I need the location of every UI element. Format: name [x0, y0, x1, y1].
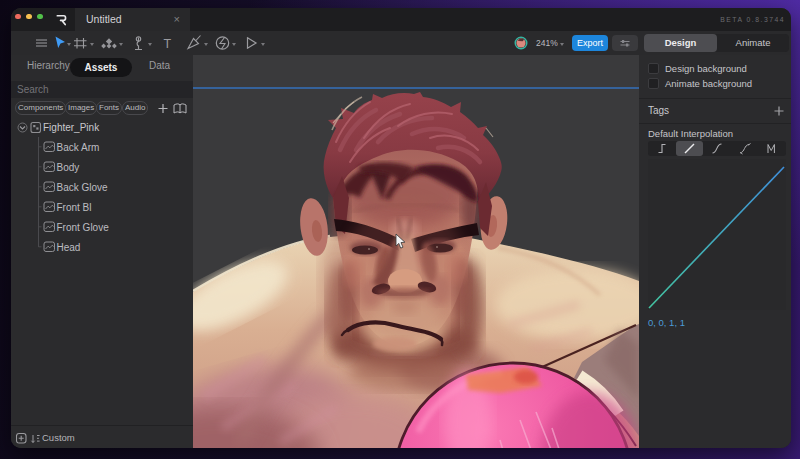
svg-text:Body: Body	[57, 162, 80, 173]
svg-text:Back Glove: Back Glove	[57, 182, 109, 193]
svg-text:T: T	[164, 37, 172, 51]
svg-text:Back Arm: Back Arm	[57, 142, 100, 153]
svg-text:Head: Head	[57, 242, 81, 253]
svg-text:Fighter_Pink: Fighter_Pink	[43, 122, 100, 133]
svg-text:Front Glove: Front Glove	[57, 222, 110, 233]
svg-text:Front Bl: Front Bl	[57, 202, 92, 213]
